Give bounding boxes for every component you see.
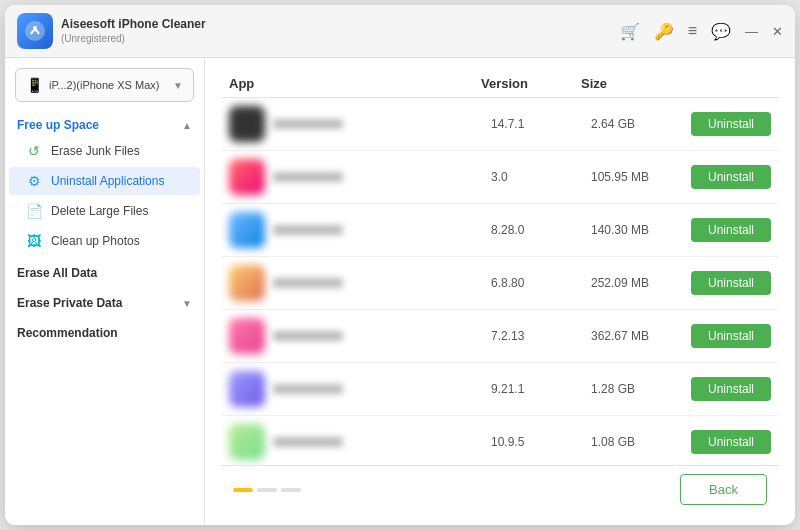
- app-info-col: [229, 265, 491, 301]
- app-version: 14.7.1: [491, 117, 591, 131]
- main-content: 📱 iP...2)(iPhone XS Max) ▼ Free up Space…: [5, 58, 795, 525]
- table-row: 8.28.0 140.30 MB Uninstall: [221, 204, 779, 257]
- progress-dot-inactive: [257, 488, 277, 492]
- bottom-bar: Back: [221, 465, 779, 513]
- phone-icon: 📱: [26, 77, 43, 93]
- refresh-icon: ↺: [25, 143, 43, 159]
- app-icon-img: [229, 106, 265, 142]
- table-row: 6.8.80 252.09 MB Uninstall: [221, 257, 779, 310]
- app-size: 1.28 GB: [591, 382, 691, 396]
- sidebar-item-uninstall-apps[interactable]: ⚙ Uninstall Applications: [9, 167, 200, 195]
- main-window: Aiseesoft iPhone Cleaner (Unregistered) …: [5, 5, 795, 525]
- section-free-up-space[interactable]: Free up Space ▲: [5, 110, 204, 136]
- app-list: 14.7.1 2.64 GB Uninstall 3.0 105.95 MB U…: [221, 98, 779, 465]
- sidebar: 📱 iP...2)(iPhone XS Max) ▼ Free up Space…: [5, 58, 205, 525]
- gear-icon: ⚙: [25, 173, 43, 189]
- sidebar-item-erase-junk[interactable]: ↺ Erase Junk Files: [9, 137, 200, 165]
- app-name-text: [273, 331, 343, 341]
- chevron-down-icon: ▼: [182, 298, 192, 309]
- uninstall-button[interactable]: Uninstall: [691, 377, 771, 401]
- uninstall-button[interactable]: Uninstall: [691, 430, 771, 454]
- uninstall-button[interactable]: Uninstall: [691, 112, 771, 136]
- chevron-up-icon: ▲: [182, 120, 192, 131]
- app-size: 140.30 MB: [591, 223, 691, 237]
- device-selector[interactable]: 📱 iP...2)(iPhone XS Max) ▼: [15, 68, 194, 102]
- uninstall-button[interactable]: Uninstall: [691, 324, 771, 348]
- file-icon: 📄: [25, 203, 43, 219]
- app-size: 1.08 GB: [591, 435, 691, 449]
- app-info-col: [229, 212, 491, 248]
- app-version: 10.9.5: [491, 435, 591, 449]
- device-label: iP...2)(iPhone XS Max): [49, 79, 159, 91]
- col-header-version: Version: [481, 76, 581, 91]
- app-size: 362.67 MB: [591, 329, 691, 343]
- app-branding: Aiseesoft iPhone Cleaner (Unregistered): [17, 13, 206, 49]
- svg-point-1: [33, 26, 37, 30]
- app-info-col: [229, 159, 491, 195]
- app-icon-img: [229, 371, 265, 407]
- table-row: 10.9.5 1.08 GB Uninstall: [221, 416, 779, 465]
- col-header-app: App: [229, 76, 481, 91]
- table-row: 7.2.13 362.67 MB Uninstall: [221, 310, 779, 363]
- sidebar-item-label: Delete Large Files: [51, 204, 148, 218]
- sidebar-item-delete-large[interactable]: 📄 Delete Large Files: [9, 197, 200, 225]
- uninstall-button[interactable]: Uninstall: [691, 271, 771, 295]
- app-size: 252.09 MB: [591, 276, 691, 290]
- key-icon[interactable]: 🔑: [654, 22, 674, 41]
- progress-dot-active: [233, 488, 253, 492]
- app-logo: [17, 13, 53, 49]
- section-recommendation[interactable]: Recommendation: [5, 316, 204, 346]
- uninstall-button[interactable]: Uninstall: [691, 165, 771, 189]
- progress-indicator: [233, 488, 680, 492]
- app-info-col: [229, 424, 491, 460]
- sidebar-item-clean-photos[interactable]: 🖼 Clean up Photos: [9, 227, 200, 255]
- col-header-size: Size: [581, 76, 681, 91]
- table-row: 3.0 105.95 MB Uninstall: [221, 151, 779, 204]
- app-info-col: [229, 106, 491, 142]
- app-icon-img: [229, 424, 265, 460]
- app-name-text: [273, 384, 343, 394]
- app-version: 7.2.13: [491, 329, 591, 343]
- content-area: App Version Size 14.7.1 2.64 GB Uninstal…: [205, 58, 795, 525]
- table-row: 9.21.1 1.28 GB Uninstall: [221, 363, 779, 416]
- window-controls: 🛒 🔑 ≡ 💬 — ✕: [620, 22, 783, 41]
- close-icon[interactable]: ✕: [772, 24, 783, 39]
- app-version: 3.0: [491, 170, 591, 184]
- app-info-col: [229, 318, 491, 354]
- app-version: 9.21.1: [491, 382, 591, 396]
- chat-icon[interactable]: 💬: [711, 22, 731, 41]
- chevron-down-icon: ▼: [173, 80, 183, 91]
- app-title-text: Aiseesoft iPhone Cleaner (Unregistered): [61, 16, 206, 47]
- table-row: 14.7.1 2.64 GB Uninstall: [221, 98, 779, 151]
- table-header: App Version Size: [221, 70, 779, 98]
- app-icon-img: [229, 159, 265, 195]
- app-icon-img: [229, 265, 265, 301]
- section-erase-all-data[interactable]: Erase All Data: [5, 256, 204, 286]
- app-version: 6.8.80: [491, 276, 591, 290]
- uninstall-button[interactable]: Uninstall: [691, 218, 771, 242]
- app-name-text: [273, 119, 343, 129]
- app-name-text: [273, 225, 343, 235]
- progress-dot-inactive: [281, 488, 301, 492]
- title-bar: Aiseesoft iPhone Cleaner (Unregistered) …: [5, 5, 795, 58]
- app-size: 2.64 GB: [591, 117, 691, 131]
- app-name-text: [273, 278, 343, 288]
- sidebar-item-label: Clean up Photos: [51, 234, 140, 248]
- section-erase-private-data[interactable]: Erase Private Data ▼: [5, 286, 204, 316]
- sidebar-item-label: Uninstall Applications: [51, 174, 164, 188]
- back-button[interactable]: Back: [680, 474, 767, 505]
- app-name-text: [273, 437, 343, 447]
- app-size: 105.95 MB: [591, 170, 691, 184]
- sidebar-item-label: Erase Junk Files: [51, 144, 140, 158]
- minimize-icon[interactable]: —: [745, 24, 758, 39]
- app-name-text: [273, 172, 343, 182]
- menu-icon[interactable]: ≡: [688, 22, 697, 40]
- app-version: 8.28.0: [491, 223, 591, 237]
- photo-icon: 🖼: [25, 233, 43, 249]
- app-icon-img: [229, 318, 265, 354]
- app-info-col: [229, 371, 491, 407]
- cart-icon[interactable]: 🛒: [620, 22, 640, 41]
- app-icon-img: [229, 212, 265, 248]
